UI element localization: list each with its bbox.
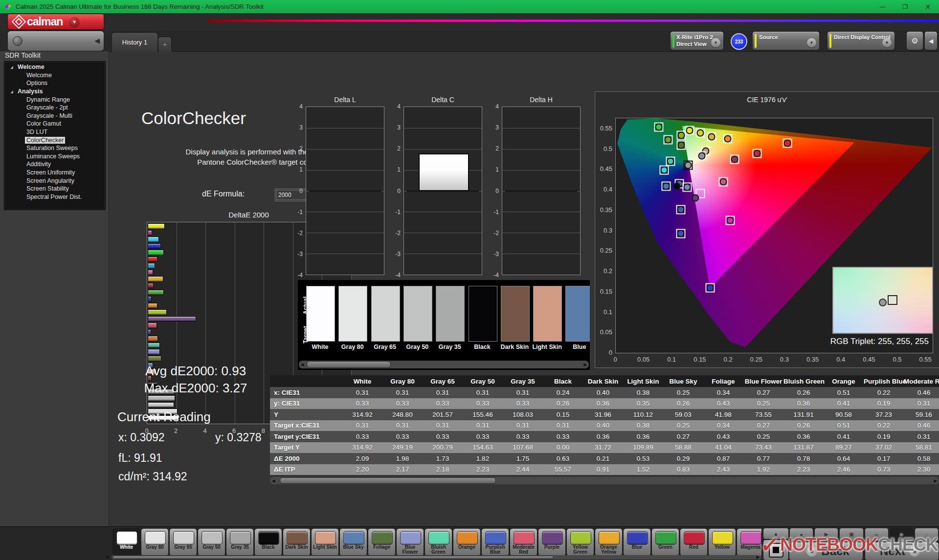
collapse-triangle-icon[interactable] xyxy=(10,90,13,93)
main-menu-dropdown[interactable]: ▼ xyxy=(69,17,79,27)
patch-button-gray-65[interactable]: Gray 65 xyxy=(169,528,197,556)
patch-button-gray-35[interactable]: Gray 35 xyxy=(226,528,254,556)
patch-swatch-light-skin[interactable] xyxy=(533,286,562,342)
sidebar-item-spectral-power-dist[interactable]: Spectral Power Dist. xyxy=(4,193,105,201)
source-chevron-icon[interactable]: ▼ xyxy=(807,38,816,47)
add-tab-button[interactable]: + xyxy=(158,37,172,52)
maximize-button[interactable]: ❐ xyxy=(894,0,917,13)
sidebar-item-grayscale-2pt[interactable]: Grayscale - 2pt xyxy=(4,104,105,112)
patch-swatch-gray-80[interactable] xyxy=(338,286,367,342)
patch-button-dark-skin[interactable]: Dark Skin xyxy=(283,528,311,556)
collapse-right-button[interactable]: ◀ xyxy=(925,32,937,50)
sidebar-item-screen-angularity[interactable]: Screen Angularity xyxy=(4,176,105,185)
strip-scroll-right-icon[interactable]: ▶ xyxy=(582,361,589,368)
patch-swatch-black[interactable] xyxy=(469,286,497,342)
meter-reading-badge[interactable]: 233 xyxy=(731,33,747,50)
patch-swatch-dark-skin[interactable] xyxy=(501,286,530,342)
expand-up-button[interactable]: ▲ xyxy=(763,528,789,539)
patch-swatch-gray-35[interactable] xyxy=(436,286,465,342)
transport-meter-button[interactable]: ● xyxy=(789,528,813,541)
patch-button-gray-80[interactable]: Gray 80 xyxy=(141,528,169,556)
patch-button-foliage[interactable]: Foliage xyxy=(368,528,396,556)
transport-pattern-button[interactable]: ▣ xyxy=(839,528,863,541)
stop-measure-button[interactable] xyxy=(763,539,789,560)
sidebar-item-welcome[interactable]: Welcome xyxy=(4,71,105,80)
patch-swatch-white[interactable] xyxy=(306,286,335,342)
patch-button-purplish-blue[interactable]: Purplish Blue xyxy=(481,528,509,556)
transport-capture-button[interactable]: ◌ xyxy=(915,528,939,541)
close-button[interactable]: ✕ xyxy=(917,0,939,13)
cell-gray-65-y: 201.57 xyxy=(423,411,463,418)
transport-loop-button[interactable]: ∞ xyxy=(865,528,889,541)
patch-button-blue-flower[interactable]: Blue Flower xyxy=(396,528,424,556)
sidebar-item-saturation-sweeps[interactable]: Saturation Sweeps xyxy=(4,144,105,152)
patch-scroll-right-icon[interactable]: ▶ xyxy=(755,554,761,560)
patch-scroll-thumb[interactable] xyxy=(112,556,554,559)
back-button[interactable]: « Back xyxy=(789,542,863,560)
calman-logo[interactable]: calman ▼ xyxy=(8,14,104,29)
display-control-chevron-icon[interactable]: ▼ xyxy=(882,38,892,47)
meter-dropdown[interactable]: X-Rite i1Pro 2Direct View ▼ xyxy=(671,32,723,50)
strip-scroll-thumb[interactable] xyxy=(307,361,391,368)
table-scroll-left-icon[interactable]: ◀ xyxy=(270,477,277,484)
sidebar-item-color-gamut[interactable]: Color Gamut xyxy=(4,120,105,128)
strip-scroll-left-icon[interactable]: ◀ xyxy=(299,361,306,368)
table-scroll-thumb[interactable] xyxy=(280,477,496,484)
transport-active-button[interactable]: ◉ xyxy=(890,528,914,541)
patch-button-orange[interactable]: Orange xyxy=(453,528,481,556)
patch-swatch-blue[interactable] xyxy=(565,286,590,342)
patch-button-orange-yellow[interactable]: Orange Yellow xyxy=(595,528,623,556)
table-scrollbar[interactable]: ◀ ▶ xyxy=(270,477,939,484)
column-header-purplish-blue: Purplish Blue xyxy=(864,378,904,385)
patch-button-gray-50[interactable]: Gray 50 xyxy=(198,528,225,556)
patch-swatch-gray-50[interactable] xyxy=(403,286,432,342)
meter-chevron-icon[interactable]: ▼ xyxy=(711,38,720,47)
table-row-e-2000: ΔE 20002.091.981.731.821.750.630.210.530… xyxy=(270,453,939,464)
minimize-button[interactable]: — xyxy=(872,0,894,13)
patch-button-red[interactable]: Red xyxy=(680,528,708,556)
sidebar-item-grayscale-multi[interactable]: Grayscale - Multi xyxy=(4,112,105,120)
patch-button-white[interactable]: White xyxy=(112,528,140,556)
patch-button-light-skin[interactable]: Light Skin xyxy=(311,528,339,556)
patch-button-moderate-red[interactable]: Moderate Red xyxy=(510,528,537,556)
sidebar-item-options[interactable]: Options xyxy=(4,79,105,87)
patch-button-label: Moderate Red xyxy=(511,545,537,555)
gridline xyxy=(404,128,482,129)
sidebar-item-luminance-sweeps[interactable]: Luminance Sweeps xyxy=(4,152,105,161)
patch-button-yellow[interactable]: Yellow xyxy=(708,528,736,556)
patch-button-blue-sky[interactable]: Blue Sky xyxy=(339,528,367,556)
collapse-left-icon[interactable]: ◀ xyxy=(94,37,100,44)
sidebar-item-welcome[interactable]: Welcome xyxy=(4,63,105,71)
sidebar-item-3d-lut[interactable]: 3D LUT xyxy=(4,128,105,136)
sidebar-item-screen-stability[interactable]: Screen Stability xyxy=(4,185,105,193)
settings-button[interactable]: ⚙ xyxy=(907,32,923,50)
cell-gray-35-e-itp: 2.44 xyxy=(503,466,543,473)
sidebar-item-analysis[interactable]: Analysis xyxy=(4,87,105,96)
collapse-triangle-icon[interactable] xyxy=(10,66,13,69)
y-tick-label: 4 xyxy=(485,103,499,110)
source-dropdown[interactable]: Source ▼ xyxy=(753,32,819,50)
patch-button-purple[interactable]: Purple xyxy=(538,528,566,556)
patch-swatch-gray-65[interactable] xyxy=(371,286,400,342)
sidebar-item-colorchecker[interactable]: ColorChecker xyxy=(4,136,105,144)
patch-scroll-left-icon[interactable]: ◀ xyxy=(104,554,111,560)
patch-button-magenta[interactable]: Magenta xyxy=(737,528,761,556)
sidebar-item-dynamic-range[interactable]: Dynamic Range xyxy=(4,95,105,104)
patch-button-green[interactable]: Green xyxy=(651,528,679,556)
display-control-dropdown[interactable]: Direct Display Control ▼ xyxy=(827,32,894,50)
sidebar-item-additivity[interactable]: Additivity xyxy=(4,160,105,169)
cell-gray-50-y: 155.46 xyxy=(463,411,503,418)
transport-play-button[interactable]: ▶ xyxy=(814,528,838,541)
patch-button-bluish-green[interactable]: Bluish Green xyxy=(425,528,452,556)
tab-history-1[interactable]: History 1 xyxy=(112,32,158,52)
delta-l-title: Delta L xyxy=(306,96,384,104)
patch-strip-scrollbar[interactable]: ◀ ▶ xyxy=(112,555,761,560)
patch-button-black[interactable]: Black xyxy=(254,528,282,556)
layout-header-panel[interactable]: ◀ xyxy=(8,31,104,51)
sidebar-item-screen-uniformity[interactable]: Screen Uniformity xyxy=(4,169,105,177)
table-scroll-right-icon[interactable]: ▶ xyxy=(932,477,939,484)
strip-scrollbar[interactable]: ◀ ▶ xyxy=(299,361,589,368)
next-button[interactable]: Next » xyxy=(865,542,939,560)
patch-button-yellow-green[interactable]: Yellow Green xyxy=(566,528,594,556)
patch-button-blue[interactable]: Blue xyxy=(623,528,651,556)
